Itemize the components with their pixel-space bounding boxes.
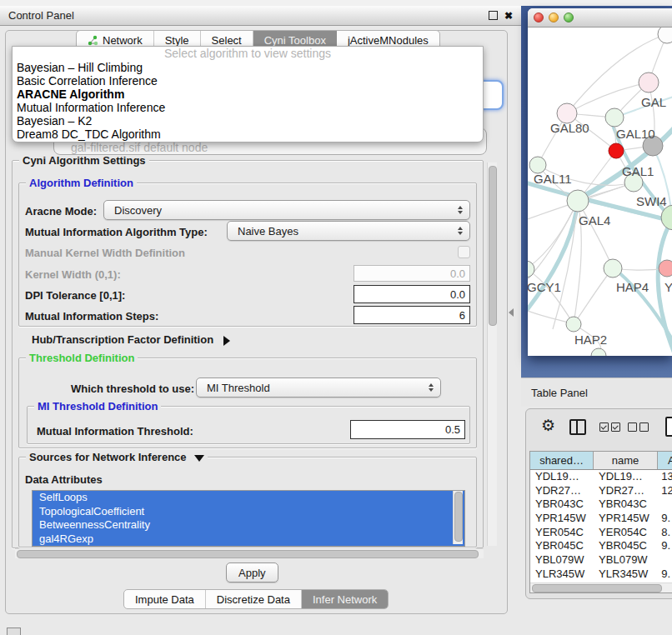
table-row[interactable]: YDR27… YDR27… 12 xyxy=(530,484,672,498)
panel-title: Control Panel xyxy=(8,9,489,22)
table-row[interactable]: YDL19… YDL19… 13 xyxy=(530,470,672,484)
network-node[interactable] xyxy=(605,108,624,127)
algorithm-definition-title: Algorithm Definition xyxy=(26,177,137,189)
network-node[interactable] xyxy=(567,190,589,212)
node-label: GCY1 xyxy=(528,280,561,294)
list-scrollbar[interactable] xyxy=(453,491,463,544)
control-panel-titlebar: Control Panel ✖ xyxy=(0,6,521,26)
which-threshold-combo[interactable]: MI Threshold xyxy=(196,378,441,398)
tab-label: Network xyxy=(103,34,143,47)
zoom-traffic-icon[interactable] xyxy=(564,12,574,22)
tab-impute-data[interactable]: Impute Data xyxy=(124,590,206,608)
table-row[interactable]: YLR345W YLR345W 9. xyxy=(530,568,672,582)
mi-threshold-group-title: MI Threshold Definition xyxy=(34,400,161,412)
mi-steps-field[interactable]: 6 xyxy=(354,306,470,324)
table-rows: YDL19… YDL19… 13 YDR27… YDR27… 12 YBR043… xyxy=(530,470,672,593)
node-table: shared… name A YDL19… YDL19… 13 YDR27… Y… xyxy=(529,451,672,593)
network-selector-value: gal-filtered.sif default node xyxy=(71,141,208,154)
kernel-width-field[interactable]: 0.0 xyxy=(354,265,470,282)
new-table-button[interactable] xyxy=(665,417,672,437)
column-layout-button[interactable] xyxy=(569,419,586,435)
network-canvas[interactable]: GAL GAL80 GAL10 GAL1 GAL11 SWI4 GAL4 GCY… xyxy=(528,28,672,356)
table-panel-title: Table Panel xyxy=(531,387,588,399)
mi-threshold-field[interactable]: 0.5 xyxy=(350,420,465,439)
algorithm-dropdown-popup: Select algorithm to view settings Bayesi… xyxy=(12,46,484,142)
table-row[interactable]: YER054C YER054C 8. xyxy=(530,526,672,540)
data-attributes-label: Data Attributes xyxy=(25,473,103,486)
threshold-definition-title: Threshold Definition xyxy=(26,352,138,364)
network-view-region: GAL GAL80 GAL10 GAL1 GAL11 SWI4 GAL4 GCY… xyxy=(521,6,672,378)
dropdown-item[interactable]: Mutual Information Inference xyxy=(13,101,483,114)
list-item[interactable]: TopologicalCoefficient xyxy=(33,505,464,519)
list-item[interactable]: gal4RGexp xyxy=(33,532,464,547)
unchecked-boxes-icon xyxy=(628,422,649,432)
table-header-row: shared… name A xyxy=(530,452,672,470)
dpi-tolerance-label: DPI Tolerance [0,1]: xyxy=(25,289,125,302)
table-panel-titlebar: Table Panel xyxy=(521,378,672,407)
data-attributes-list[interactable]: SelfLoops TopologicalCoefficient Between… xyxy=(32,490,465,547)
tab-infer-network[interactable]: Infer Network xyxy=(302,590,388,608)
hub-definition-toggle[interactable]: Hub/Transcription Factor Definition xyxy=(32,333,230,346)
dropdown-item[interactable]: Bayesian – Hill Climbing xyxy=(13,61,483,74)
dropdown-item[interactable]: Dream8 DC_TDC Algorithm xyxy=(13,128,483,141)
column-header-shared-name[interactable]: shared… xyxy=(530,452,594,469)
sources-title[interactable]: Sources for Network Inference xyxy=(26,451,208,463)
table-panel-body: ⚙ shared… name A YDL19… xyxy=(525,408,672,599)
float-window-icon[interactable] xyxy=(489,11,498,20)
list-item[interactable]: BetweennessCentrality xyxy=(33,518,464,532)
aracne-mode-combo[interactable]: Discovery xyxy=(103,200,470,220)
split-columns-icon xyxy=(569,419,586,435)
network-window[interactable]: GAL GAL80 GAL10 GAL1 GAL11 SWI4 GAL4 GCY… xyxy=(528,8,672,356)
table-row[interactable]: YBL079W YBL079W xyxy=(530,553,672,568)
dropdown-item[interactable]: Bayesian – K2 xyxy=(13,114,483,128)
network-node[interactable] xyxy=(659,260,672,277)
app-root: Control Panel ✖ Network Style Select Cyn… xyxy=(0,0,672,635)
table-horizontal-scrollbar[interactable] xyxy=(530,582,672,592)
column-header-name[interactable]: name xyxy=(594,452,658,469)
settings-vertical-scrollbar[interactable] xyxy=(487,162,497,546)
column-header-clipped[interactable]: A xyxy=(658,452,672,469)
settings-horizontal-scrollbar[interactable] xyxy=(15,548,484,558)
network-node[interactable] xyxy=(639,72,659,92)
node-label: SWI4 xyxy=(636,194,667,208)
collapsed-arrow-icon xyxy=(223,336,230,346)
deselect-all-columns-button[interactable] xyxy=(628,422,649,432)
dropdown-item[interactable]: Basic Correlation Inference xyxy=(13,74,483,88)
kernel-width-label: Kernel Width (0,1): xyxy=(25,268,121,281)
network-node[interactable] xyxy=(658,28,672,43)
minimize-traffic-icon[interactable] xyxy=(549,12,559,22)
tab-discretize-data[interactable]: Discretize Data xyxy=(206,590,302,608)
table-row[interactable]: YPR145W YPR145W 9. xyxy=(530,512,672,526)
cyni-settings-title: Cyni Algorithm Settings xyxy=(19,154,149,167)
apply-button[interactable]: Apply xyxy=(226,562,278,582)
split-pane-collapse-icon[interactable] xyxy=(509,308,514,317)
close-icon[interactable]: ✖ xyxy=(504,10,513,22)
expanded-arrow-icon xyxy=(194,455,204,462)
node-label: GAL11 xyxy=(534,172,572,186)
network-node[interactable] xyxy=(529,157,546,173)
gear-icon: ⚙ xyxy=(541,417,555,434)
network-node-selected[interactable] xyxy=(609,143,624,158)
which-threshold-label: Which threshold to use: xyxy=(71,382,194,395)
mi-algorithm-type-label: Mutual Information Algorithm Type: xyxy=(25,226,208,238)
network-node[interactable] xyxy=(604,259,622,278)
list-item[interactable]: SelfLoops xyxy=(33,491,464,505)
network-window-titlebar[interactable] xyxy=(528,8,672,28)
network-icon xyxy=(88,35,98,46)
dpi-tolerance-field[interactable]: 0.0 xyxy=(354,285,470,303)
stepper-arrows-icon xyxy=(458,227,463,235)
minimized-panel-icon[interactable] xyxy=(7,628,21,635)
manual-kernel-checkbox[interactable] xyxy=(458,246,470,258)
network-node[interactable] xyxy=(566,317,581,332)
mi-steps-label: Mutual Information Steps: xyxy=(25,310,158,322)
select-all-columns-button[interactable] xyxy=(599,422,620,432)
close-traffic-icon[interactable] xyxy=(534,12,544,22)
stepper-arrows-icon xyxy=(429,383,434,392)
mi-algorithm-type-combo[interactable]: Naive Bayes xyxy=(227,221,470,241)
network-node[interactable] xyxy=(591,348,606,356)
aracne-mode-label: Aracne Mode: xyxy=(25,205,97,218)
table-row[interactable]: YBR045C YBR045C 9. xyxy=(530,539,672,553)
table-row[interactable]: YBR043C YBR043C xyxy=(530,498,672,512)
table-settings-button[interactable]: ⚙ xyxy=(541,418,555,433)
dropdown-item-selected[interactable]: ARACNE Algorithm xyxy=(13,88,483,101)
